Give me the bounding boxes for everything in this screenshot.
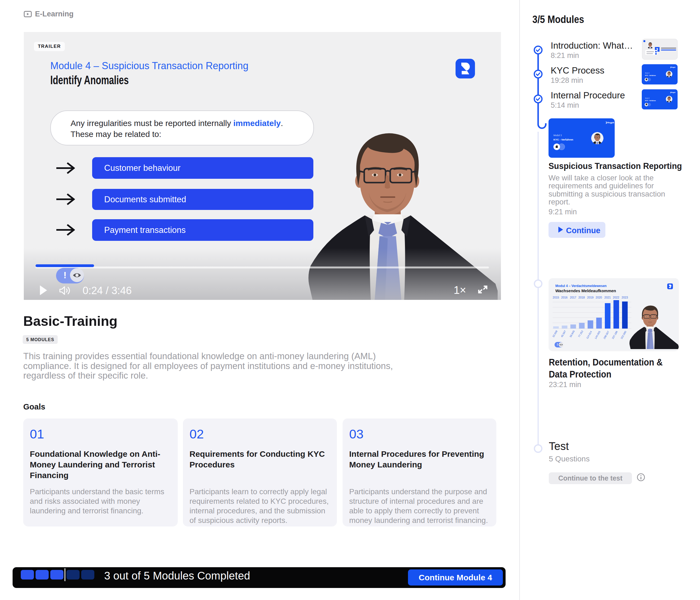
- svg-text:59.845: 59.845: [569, 330, 575, 338]
- svg-text:2015: 2015: [553, 296, 559, 299]
- svg-text:337.186: 337.186: [611, 331, 618, 339]
- svg-text:2016: 2016: [561, 296, 568, 299]
- svg-text:114.914: 114.914: [586, 331, 593, 339]
- svg-text:2017: 2017: [570, 296, 576, 299]
- svg-text:144.005: 144.005: [594, 331, 601, 339]
- svg-text:2023: 2023: [622, 296, 628, 299]
- svg-text:2019: 2019: [587, 296, 594, 299]
- svg-text:2021: 2021: [604, 296, 611, 299]
- svg-text:77.252: 77.252: [577, 330, 583, 338]
- svg-text:298.507: 298.507: [603, 331, 610, 339]
- svg-text:2020: 2020: [596, 296, 602, 299]
- svg-text:2018: 2018: [578, 296, 585, 299]
- svg-text:32.008: 32.008: [552, 330, 558, 338]
- svg-text:322.590: 322.590: [620, 331, 627, 339]
- svg-text:2022: 2022: [613, 296, 619, 299]
- svg-text:45.597: 45.597: [560, 330, 566, 338]
